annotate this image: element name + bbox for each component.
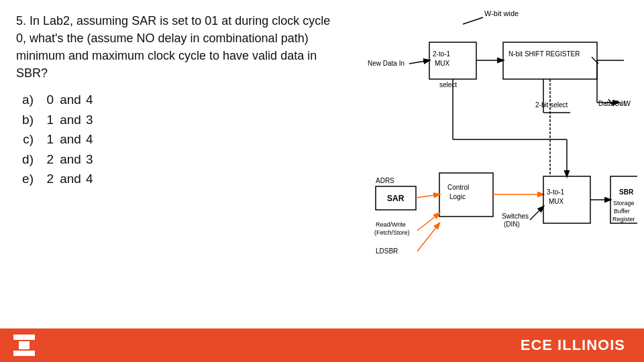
diagram-area: W-bit wide 2-to-1 MUX N-bit SHIFT REGIST… — [309, 5, 637, 300]
answer-val: 4 — [86, 169, 102, 188]
svg-text:Switches: Switches — [502, 213, 529, 220]
illinois-i-logo — [12, 333, 36, 357]
answer-letter: b) — [16, 110, 36, 129]
svg-rect-54 — [13, 335, 35, 340]
answer-num: 2 — [36, 169, 55, 188]
svg-text:(Fetch/Store): (Fetch/Store) — [374, 229, 410, 236]
svg-text:(DIN): (DIN) — [504, 221, 520, 228]
answer-row: b)1and3 — [16, 110, 164, 129]
svg-text:Buffer: Buffer — [614, 208, 630, 215]
answer-and: and — [55, 149, 86, 169]
svg-rect-55 — [19, 341, 30, 349]
answer-and: and — [55, 129, 86, 149]
svg-text:SAR: SAR — [387, 194, 405, 203]
footer-bar: ECE ILLINOIS — [0, 328, 644, 362]
svg-text:Storage: Storage — [613, 200, 635, 206]
svg-text:N-bit SHIFT REGISTER: N-bit SHIFT REGISTER — [508, 50, 580, 58]
answer-row: a)0and4 — [16, 90, 164, 109]
answer-row: e)2and4 — [16, 169, 164, 188]
svg-text:W-bit wide: W-bit wide — [484, 9, 519, 17]
answer-row: d)2and3 — [16, 149, 164, 169]
svg-line-27 — [416, 194, 439, 198]
question-body: In Lab2, assuming SAR is set to 01 at du… — [16, 14, 330, 80]
svg-text:New Data In: New Data In — [368, 60, 405, 67]
svg-rect-5 — [503, 42, 597, 79]
answer-and: and — [55, 169, 86, 188]
answer-num: 1 — [36, 110, 55, 129]
answer-num: 2 — [36, 149, 55, 169]
question-text: 5. In Lab2, assuming SAR is set to 01 at… — [16, 12, 338, 82]
answer-val: 3 — [86, 110, 102, 129]
answer-num: 0 — [36, 90, 55, 109]
answer-letter: c) — [16, 129, 36, 149]
svg-rect-24 — [439, 173, 493, 217]
svg-text:/ W: / W — [621, 100, 631, 107]
svg-text:2-bit select: 2-bit select — [535, 101, 568, 109]
svg-text:select: select — [439, 81, 457, 88]
answer-row: c)1and4 — [16, 129, 164, 149]
svg-text:SBR: SBR — [619, 188, 634, 196]
circuit-diagram: W-bit wide 2-to-1 MUX N-bit SHIFT REGIST… — [309, 5, 637, 300]
svg-text:Read/Write: Read/Write — [376, 221, 406, 228]
answer-val: 4 — [86, 90, 102, 109]
answer-letter: d) — [16, 149, 36, 169]
svg-text:Logic: Logic — [449, 193, 466, 200]
answer-val: 3 — [86, 149, 102, 169]
answer-letter: e) — [16, 169, 36, 188]
svg-text:MUX: MUX — [549, 198, 564, 205]
answer-num: 1 — [36, 129, 55, 149]
svg-text:ADRS: ADRS — [376, 177, 394, 184]
svg-text:MUX: MUX — [435, 60, 450, 67]
svg-line-0 — [463, 17, 483, 24]
answer-list: a)0and4b)1and3c)1and4d)2and3e)2and4 — [16, 90, 164, 188]
answer-val: 4 — [86, 129, 102, 149]
svg-text:Register: Register — [612, 216, 635, 223]
svg-rect-56 — [13, 351, 35, 356]
question-number: 5. — [16, 14, 26, 27]
svg-text:LDSBR: LDSBR — [376, 247, 398, 255]
svg-text:2-to-1: 2-to-1 — [433, 50, 451, 58]
svg-text:3-to-1: 3-to-1 — [547, 188, 565, 196]
footer-label: ECE ILLINOIS — [521, 337, 625, 354]
svg-line-36 — [530, 206, 543, 220]
svg-line-9 — [409, 60, 429, 64]
answer-and: and — [55, 110, 86, 129]
footer-logo-area: ECE ILLINOIS — [521, 337, 625, 354]
svg-text:Control: Control — [447, 184, 469, 191]
answer-and: and — [55, 90, 86, 109]
answer-letter: a) — [16, 90, 36, 109]
